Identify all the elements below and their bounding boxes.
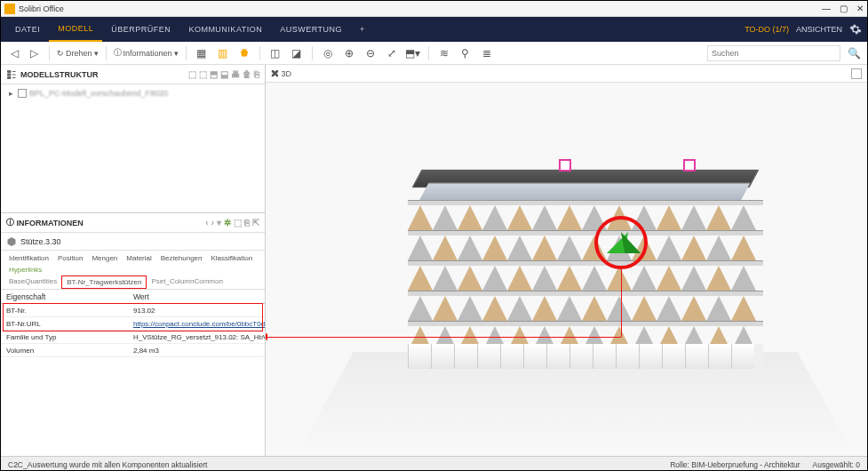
menu-datei[interactable]: DATEI (6, 25, 49, 34)
prop-row[interactable]: Familie und Typ H_VStütze_RG_versetzt_91… (1, 331, 265, 344)
statusbar: C2C_Auswertung wurde mit allen Komponent… (1, 456, 867, 471)
panel-tool-4[interactable]: ⬓ (220, 69, 228, 79)
prop-key: BT-Nr. (1, 307, 130, 315)
property-header: Eigenschaft Wert (1, 290, 265, 304)
target-icon[interactable]: ◎ (320, 45, 336, 61)
model-tree[interactable]: ▸ BPL_PC-Modell_vorschaubend_F8020 (1, 84, 265, 213)
status-message: C2C_Auswertung wurde mit allen Komponent… (8, 460, 207, 469)
menu-add-tab[interactable]: + (351, 25, 374, 34)
status-role: Rolle: BIM-Ueberpruefung - Architektur (670, 460, 800, 469)
menu-kommunikation[interactable]: KOMMUNIKATION (179, 25, 271, 34)
tab-basequantities[interactable]: BaseQuantities (4, 275, 61, 289)
3d-viewport[interactable]: 🞮 3D (266, 65, 867, 456)
prop-row[interactable]: BT-Nr.URL https://conpact.conclude.com/b… (1, 317, 265, 331)
panel-tool-3[interactable]: ⬒ (210, 69, 218, 79)
map-pin-icon[interactable]: ⚲ (458, 45, 474, 61)
info-element-name: Stütze.3.30 (20, 237, 61, 246)
prop-row[interactable]: BT-Nr. 913.02 (1, 304, 265, 317)
maximize-button[interactable]: ▢ (840, 4, 848, 13)
tab-hyperlinks[interactable]: Hyperlinks (4, 264, 46, 275)
stack-icon[interactable]: ≣ (479, 45, 495, 61)
viewport-maximize-icon[interactable] (851, 68, 862, 79)
panel-tool-6[interactable]: 🗑 (243, 69, 251, 79)
section-icon[interactable]: ⬒▾ (405, 45, 421, 61)
tab-beziehungen[interactable]: Beziehungen (156, 252, 207, 264)
left-sidebar: MODELLSTRUKTUR ⬚ ⬚ ⬒ ⬓ 🖶 🗑 ⎘ ▸ BPL_PC-Mo… (1, 65, 266, 456)
app-title: Solibri Office (19, 4, 64, 13)
info-dropdown-icon[interactable]: ▾ (217, 218, 221, 228)
views-link[interactable]: ANSICHTEN (796, 25, 842, 34)
annotation-line-h (266, 337, 621, 338)
tree-item-label: BPL_PC-Modell_vorschaubend_F8020 (29, 89, 168, 98)
tab-material[interactable]: Material (122, 252, 155, 264)
building-model (354, 109, 799, 411)
tab-btnr-active[interactable]: BT-Nr_Tragwerkstützen (61, 275, 147, 289)
annotation-arrowhead (266, 333, 267, 340)
layers-icon[interactable]: ≋ (436, 45, 452, 61)
roof-marker-2 (683, 159, 696, 172)
nav-back-icon[interactable]: ◁ (6, 45, 22, 61)
tab-klassifikation[interactable]: Klassifikation (206, 252, 257, 264)
zoom-out-icon[interactable]: ⊖ (362, 45, 378, 61)
tab-pset-column[interactable]: Pset_ColumnCommon (147, 275, 227, 289)
viewport-cube-icon[interactable]: 🞮 (271, 69, 279, 78)
info-nav-fwd[interactable]: › (211, 218, 214, 228)
tab-mengen[interactable]: Mengen (87, 252, 122, 264)
panel-tool-1[interactable]: ⬚ (188, 69, 196, 79)
show-all-icon[interactable]: ▦ (194, 45, 210, 61)
element-cube-icon (6, 236, 17, 247)
minimize-button[interactable]: — (822, 4, 831, 13)
prop-val-link[interactable]: https://conpact.conclude.com/be/0bbcT0dT… (130, 320, 265, 328)
info-refresh-icon[interactable]: ✲ (224, 218, 231, 228)
panel-tool-5[interactable]: 🖶 (231, 69, 240, 79)
col-eigenschaft: Eigenschaft (1, 292, 130, 301)
tree-row[interactable]: ▸ BPL_PC-Modell_vorschaubend_F8020 (6, 86, 259, 100)
roof-marker-1 (559, 159, 571, 172)
model-structure-header: MODELLSTRUKTUR ⬚ ⬚ ⬒ ⬓ 🖶 🗑 ⎘ (1, 65, 265, 84)
col-wert: Wert (130, 292, 265, 301)
zoom-fit-icon[interactable]: ⤢ (384, 45, 400, 61)
viewport-header: 🞮 3D (266, 65, 867, 83)
expand-icon[interactable]: ▸ (6, 89, 15, 98)
info-dropdown[interactable]: ⓘInformationen ▾ (114, 47, 179, 59)
prop-row[interactable]: Volumen 2,84 m3 (1, 344, 265, 357)
prop-key: Familie und Typ (1, 333, 130, 341)
titlebar: Solibri Office — ▢ ✕ (1, 1, 867, 17)
nav-fwd-icon[interactable]: ▷ (26, 45, 42, 61)
todo-link[interactable]: TO-DO (1/7) (745, 25, 789, 34)
info-title: INFORMATIONEN (17, 219, 84, 228)
menu-ueberpruefen[interactable]: ÜBERPRÜFEN (102, 25, 179, 34)
gear-icon[interactable] (849, 23, 862, 36)
prop-val: 2,84 m3 (130, 347, 265, 355)
panel-tool-7[interactable]: ⎘ (254, 69, 259, 79)
viewport-label: 3D (282, 69, 292, 78)
status-selected: Ausgewählt: 0 (813, 460, 860, 469)
tab-identifikation[interactable]: Identifikation (4, 252, 53, 264)
info-nav-back[interactable]: ‹ (205, 218, 208, 228)
info-snap-icon[interactable]: ⬚ (234, 218, 242, 228)
panel-tool-2[interactable]: ⬚ (199, 69, 207, 79)
prop-key: Volumen (1, 347, 130, 355)
tree-icon (6, 69, 17, 80)
menu-auswertung[interactable]: AUSWERTUNG (271, 25, 351, 34)
info-tabs: Identifikation Position Mengen Material … (1, 251, 265, 290)
search-icon[interactable]: 🔍 (846, 45, 862, 61)
rotate-dropdown[interactable]: ↻Drehen ▾ (57, 49, 99, 58)
basket-icon[interactable] (236, 45, 252, 61)
zoom-in-icon[interactable]: ⊕ (341, 45, 357, 61)
model-structure-title: MODELLSTRUKTUR (20, 70, 99, 79)
info-copy-icon[interactable]: ⎘ (244, 218, 250, 228)
prop-key: BT-Nr.URL (1, 320, 130, 328)
isolate-icon[interactable]: ▥ (215, 45, 231, 61)
prop-val: H_VStütze_RG_versetzt_913.02: SA_HbV_913… (130, 333, 265, 341)
cube-icon[interactable]: ◫ (267, 45, 283, 61)
menu-modell[interactable]: MODELL (49, 17, 102, 42)
menubar: DATEI MODELL ÜBERPRÜFEN KOMMUNIKATION AU… (1, 17, 867, 42)
close-button[interactable]: ✕ (856, 4, 864, 13)
search-input[interactable] (707, 45, 840, 61)
cube2-icon[interactable]: ◪ (289, 45, 305, 61)
info-export-icon[interactable]: ⇱ (252, 218, 259, 228)
tab-position[interactable]: Position (53, 252, 87, 264)
tree-checkbox[interactable] (18, 89, 27, 98)
info-icon: ⓘ (6, 217, 14, 228)
